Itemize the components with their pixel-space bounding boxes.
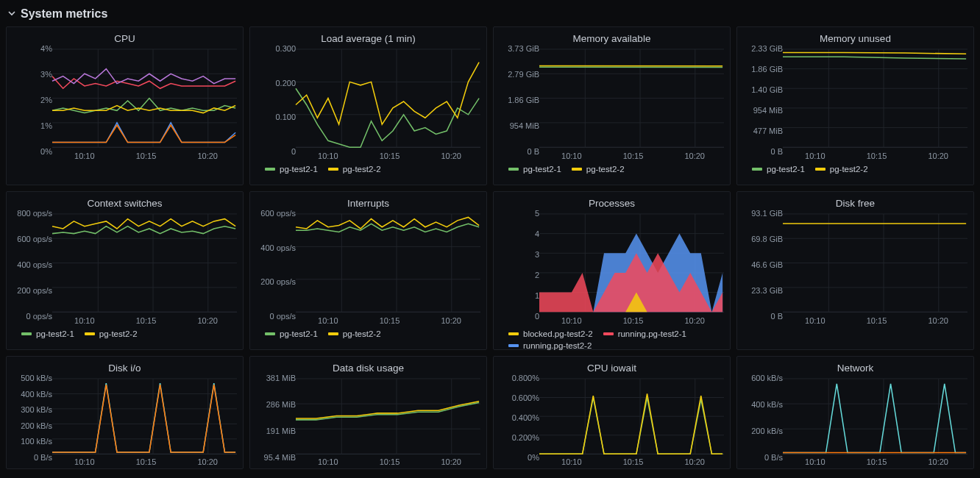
legend-item[interactable]: running.pg-test2-1 <box>603 329 686 338</box>
legend-item[interactable]: pg-test2-2 <box>572 165 625 174</box>
y-tick-label: 600 ops/s <box>11 235 52 243</box>
plot-area[interactable]: 0 B/s100 kB/s200 kB/s300 kB/s400 kB/s500… <box>11 378 238 457</box>
x-tick-label: 10:10 <box>784 151 846 162</box>
plot-area[interactable]: 0%0.200%0.400%0.600%0.800% <box>498 378 725 457</box>
y-tick-label: 0.100 <box>255 113 296 121</box>
x-tick-label: 10:20 <box>177 151 238 162</box>
y-tick-label: 0% <box>11 147 52 156</box>
legend-label: pg-test2-1 <box>767 165 805 174</box>
panel-load[interactable]: Load average (1 min)00.1000.2000.30010:1… <box>249 26 487 185</box>
plot-area[interactable]: 95.4 MiB191 MiB286 MiB381 MiB <box>255 378 482 457</box>
y-tick-label: 400 kB/s <box>11 390 52 399</box>
y-tick-label: 0 B/s <box>11 453 52 462</box>
x-tick-label: 10:15 <box>116 151 177 162</box>
section-toggle[interactable]: System metrics <box>6 4 974 26</box>
y-tick-label: 2.33 GiB <box>742 44 783 53</box>
panel-ctxsw[interactable]: Context switches0 ops/s200 ops/s400 ops/… <box>6 191 244 350</box>
y-tick-label: 1% <box>11 121 52 130</box>
panel-cpu[interactable]: CPU0%1%2%3%4%10:1010:1510:20 <box>6 26 244 185</box>
legend-item[interactable]: running.pg-test2-2 <box>508 341 592 350</box>
plot-area[interactable]: 0 B23.3 GiB46.6 GiB69.8 GiB93.1 GiB <box>742 213 969 316</box>
y-tick-label: 1.40 GiB <box>742 85 783 94</box>
x-tick-label: 10:10 <box>541 316 603 327</box>
plot-area[interactable]: 0%1%2%3%4% <box>11 49 238 151</box>
legend: pg-test2-1pg-test2-2 <box>11 327 238 338</box>
y-tick-label: 2% <box>11 96 52 104</box>
legend-label: pg-test2-2 <box>343 329 381 338</box>
plot-area[interactable]: 0 ops/s200 ops/s400 ops/s600 ops/s800 op… <box>11 213 238 316</box>
plot-area[interactable]: 0 ops/s200 ops/s400 ops/s600 ops/s <box>255 213 482 316</box>
legend-swatch <box>328 168 338 171</box>
legend-swatch <box>265 168 275 171</box>
panel-diskio[interactable]: Disk i/o0 B/s100 kB/s200 kB/s300 kB/s400… <box>6 356 244 469</box>
x-tick-label: 10:15 <box>603 457 664 468</box>
y-tick-label: 100 kB/s <box>11 437 52 446</box>
plot-area[interactable]: 0 B477 MiB954 MiB1.40 GiB1.86 GiB2.33 Gi… <box>742 49 969 151</box>
x-tick-label: 10:20 <box>907 316 969 327</box>
y-tick-label: 5 <box>498 209 539 218</box>
legend-item[interactable]: pg-test2-1 <box>508 165 561 174</box>
legend-item[interactable]: pg-test2-1 <box>21 329 74 338</box>
legend-item[interactable]: pg-test2-1 <box>752 165 805 174</box>
legend-swatch <box>85 332 95 335</box>
x-tick-label: 10:10 <box>54 151 116 162</box>
y-tick-label: 0 ops/s <box>255 312 296 321</box>
legend-item[interactable]: blocked.pg-test2-2 <box>508 329 593 338</box>
panel-diskfree[interactable]: Disk free0 B23.3 GiB46.6 GiB69.8 GiB93.1… <box>736 191 974 350</box>
legend-item[interactable]: pg-test2-1 <box>265 329 318 338</box>
y-tick-label: 600 kB/s <box>742 374 783 382</box>
panel-memavail[interactable]: Memory available0 B954 MiB1.86 GiB2.79 G… <box>493 26 731 185</box>
legend-label: pg-test2-1 <box>523 165 561 174</box>
y-tick-label: 381 MiB <box>255 374 296 382</box>
y-tick-label: 200 kB/s <box>742 427 783 435</box>
legend-item[interactable]: pg-test2-1 <box>265 165 318 174</box>
x-tick-label: 10:15 <box>846 151 908 162</box>
y-tick-label: 477 MiB <box>742 126 783 135</box>
x-tick-label: 10:20 <box>664 151 725 162</box>
y-tick-label: 400 ops/s <box>255 243 296 252</box>
plot-area[interactable]: 012345 <box>498 213 725 316</box>
y-tick-label: 4% <box>11 44 52 53</box>
y-tick-label: 0.200% <box>498 433 539 442</box>
legend-item[interactable]: pg-test2-2 <box>328 329 381 338</box>
panel-network[interactable]: Network0 B/s200 kB/s400 kB/s600 kB/s10:1… <box>736 356 974 469</box>
y-tick-label: 286 MiB <box>255 400 296 409</box>
panel-intr[interactable]: Interrupts0 ops/s200 ops/s400 ops/s600 o… <box>249 191 487 350</box>
legend-item[interactable]: pg-test2-2 <box>85 329 138 338</box>
legend-item[interactable]: pg-test2-2 <box>328 165 381 174</box>
y-tick-label: 0 B <box>498 147 539 156</box>
y-tick-label: 954 MiB <box>742 106 783 115</box>
plot-area[interactable]: 0 B954 MiB1.86 GiB2.79 GiB3.73 GiB <box>498 49 725 151</box>
x-tick-label: 10:15 <box>359 457 421 468</box>
legend-label: pg-test2-1 <box>36 329 74 338</box>
legend-swatch <box>21 332 32 335</box>
y-tick-label: 200 kB/s <box>11 421 52 430</box>
panel-proc[interactable]: Processes01234510:1010:1510:20blocked.pg… <box>493 191 731 350</box>
legend: pg-test2-1pg-test2-2 <box>742 162 969 174</box>
panel-datadisk[interactable]: Data disk usage95.4 MiB191 MiB286 MiB381… <box>249 356 487 469</box>
legend-label: pg-test2-1 <box>280 165 318 174</box>
plot-area[interactable]: 0 B/s200 kB/s400 kB/s600 kB/s <box>742 378 969 457</box>
panel-cpuiowait[interactable]: CPU iowait0%0.200%0.400%0.600%0.800%10:1… <box>493 356 731 469</box>
x-tick-label: 10:10 <box>297 151 359 162</box>
x-tick-label: 10:15 <box>846 457 908 468</box>
legend-swatch <box>572 168 582 171</box>
legend-label: pg-test2-2 <box>99 329 138 338</box>
x-tick-label: 10:15 <box>359 316 421 327</box>
y-tick-label: 200 ops/s <box>11 286 52 295</box>
panel-memunused[interactable]: Memory unused0 B477 MiB954 MiB1.40 GiB1.… <box>736 26 974 185</box>
x-tick-label: 10:10 <box>784 457 846 468</box>
y-tick-label: 600 ops/s <box>255 209 296 218</box>
x-tick-label: 10:15 <box>359 151 421 162</box>
legend-label: pg-test2-2 <box>830 165 868 174</box>
legend-item[interactable]: pg-test2-2 <box>815 165 868 174</box>
y-tick-label: 0 ops/s <box>11 312 52 321</box>
legend-label: blocked.pg-test2-2 <box>523 329 593 338</box>
y-tick-label: 191 MiB <box>255 427 296 435</box>
x-tick-label: 10:20 <box>177 316 238 327</box>
y-tick-label: 1.86 GiB <box>742 65 783 74</box>
y-tick-label: 3% <box>11 70 52 79</box>
plot-area[interactable]: 00.1000.2000.300 <box>255 49 482 151</box>
x-tick-label: 10:10 <box>541 457 603 468</box>
y-tick-label: 0.400% <box>498 413 539 422</box>
